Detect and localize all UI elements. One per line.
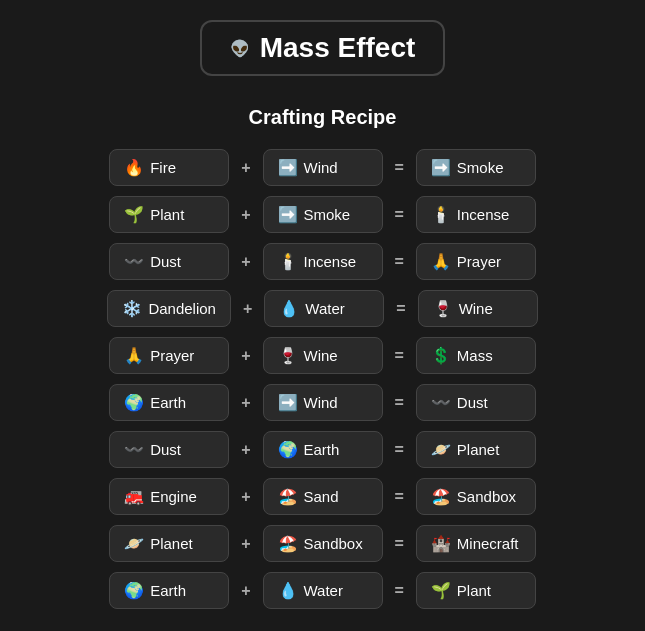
output-label: Dust xyxy=(457,394,488,411)
plus-operator: + xyxy=(237,347,254,365)
ingredient-1-icon: 🔥 xyxy=(124,158,144,177)
ingredient-1: 🌱Plant xyxy=(109,196,229,233)
equals-operator: = xyxy=(391,394,408,412)
ingredient-2-icon: ➡️ xyxy=(278,393,298,412)
output-label: Prayer xyxy=(457,253,501,270)
recipe-output: 🪐Planet xyxy=(416,431,536,468)
ingredient-1-label: Earth xyxy=(150,582,186,599)
ingredient-2-icon: 🏖️ xyxy=(278,487,298,506)
recipe-output: 🏖️Sandbox xyxy=(416,478,536,515)
recipe-row: 〰️Dust+🌍Earth=🪐Planet xyxy=(109,431,536,468)
ingredient-2-label: Incense xyxy=(304,253,357,270)
equals-operator: = xyxy=(391,488,408,506)
ingredient-1: 🚒Engine xyxy=(109,478,229,515)
ingredient-1-label: Prayer xyxy=(150,347,194,364)
recipe-output: 💲Mass xyxy=(416,337,536,374)
ingredient-2-icon: 🍷 xyxy=(278,346,298,365)
recipe-output: 🕯️Incense xyxy=(416,196,536,233)
recipe-output: 🍷Wine xyxy=(418,290,538,327)
ingredient-1: ❄️Dandelion xyxy=(107,290,231,327)
ingredient-1: 〰️Dust xyxy=(109,431,229,468)
recipes-container: 🔥Fire+➡️Wind=➡️Smoke🌱Plant+➡️Smoke=🕯️Inc… xyxy=(20,149,625,609)
output-icon: 🏖️ xyxy=(431,487,451,506)
equals-operator: = xyxy=(391,253,408,271)
ingredient-2: ➡️Wind xyxy=(263,384,383,421)
ingredient-1-icon: ❄️ xyxy=(122,299,142,318)
output-label: Incense xyxy=(457,206,510,223)
ingredient-2-label: Wine xyxy=(304,347,338,364)
ingredient-1-label: Planet xyxy=(150,535,193,552)
recipe-row: 〰️Dust+🕯️Incense=🙏Prayer xyxy=(109,243,536,280)
ingredient-2: 🌍Earth xyxy=(263,431,383,468)
ingredient-1-icon: 🌱 xyxy=(124,205,144,224)
ingredient-1: 🌍Earth xyxy=(109,572,229,609)
ingredient-2: 💧Water xyxy=(263,572,383,609)
recipe-output: ➡️Smoke xyxy=(416,149,536,186)
output-icon: 🙏 xyxy=(431,252,451,271)
output-icon: 🍷 xyxy=(433,299,453,318)
plus-operator: + xyxy=(237,488,254,506)
output-icon: ➡️ xyxy=(431,158,451,177)
alien-icon: 👽 xyxy=(230,39,250,58)
recipe-row: 🌱Plant+➡️Smoke=🕯️Incense xyxy=(109,196,536,233)
ingredient-2: 🕯️Incense xyxy=(263,243,383,280)
ingredient-2-label: Wind xyxy=(304,394,338,411)
ingredient-2-label: Water xyxy=(304,582,343,599)
equals-operator: = xyxy=(391,441,408,459)
ingredient-2: 🏖️Sandbox xyxy=(263,525,383,562)
plus-operator: + xyxy=(237,206,254,224)
output-icon: 🕯️ xyxy=(431,205,451,224)
ingredient-2: 💧Water xyxy=(264,290,384,327)
ingredient-2-icon: 🏖️ xyxy=(278,534,298,553)
ingredient-1-icon: 🚒 xyxy=(124,487,144,506)
equals-operator: = xyxy=(391,535,408,553)
page-title: Mass Effect xyxy=(260,32,416,64)
recipe-row: 🚒Engine+🏖️Sand=🏖️Sandbox xyxy=(109,478,536,515)
ingredient-1: 🌍Earth xyxy=(109,384,229,421)
ingredient-2-label: Earth xyxy=(304,441,340,458)
ingredient-1-icon: 〰️ xyxy=(124,252,144,271)
output-label: Mass xyxy=(457,347,493,364)
section-title: Crafting Recipe xyxy=(249,106,397,129)
ingredient-1-icon: 〰️ xyxy=(124,440,144,459)
ingredient-1-label: Dust xyxy=(150,253,181,270)
output-label: Wine xyxy=(459,300,493,317)
ingredient-2-label: Wind xyxy=(304,159,338,176)
title-container: 👽 Mass Effect xyxy=(200,20,446,76)
ingredient-2-icon: 🌍 xyxy=(278,440,298,459)
ingredient-2-label: Water xyxy=(305,300,344,317)
equals-operator: = xyxy=(391,347,408,365)
ingredient-2-icon: ➡️ xyxy=(278,158,298,177)
equals-operator: = xyxy=(391,582,408,600)
ingredient-1-label: Engine xyxy=(150,488,197,505)
ingredient-1: 〰️Dust xyxy=(109,243,229,280)
ingredient-1-label: Dandelion xyxy=(148,300,216,317)
output-icon: 🏰 xyxy=(431,534,451,553)
output-icon: 🪐 xyxy=(431,440,451,459)
output-label: Plant xyxy=(457,582,491,599)
ingredient-2-icon: ➡️ xyxy=(278,205,298,224)
ingredient-1-icon: 🪐 xyxy=(124,534,144,553)
ingredient-1-label: Fire xyxy=(150,159,176,176)
ingredient-2: 🏖️Sand xyxy=(263,478,383,515)
equals-operator: = xyxy=(392,300,409,318)
plus-operator: + xyxy=(237,394,254,412)
recipe-output: 🌱Plant xyxy=(416,572,536,609)
recipe-row: 🪐Planet+🏖️Sandbox=🏰Minecraft xyxy=(109,525,536,562)
ingredient-1-icon: 🙏 xyxy=(124,346,144,365)
plus-operator: + xyxy=(237,441,254,459)
plus-operator: + xyxy=(237,253,254,271)
recipe-row: 🌍Earth+💧Water=🌱Plant xyxy=(109,572,536,609)
ingredient-1-label: Plant xyxy=(150,206,184,223)
recipe-row: 🔥Fire+➡️Wind=➡️Smoke xyxy=(109,149,536,186)
ingredient-1-label: Earth xyxy=(150,394,186,411)
recipe-row: 🌍Earth+➡️Wind=〰️Dust xyxy=(109,384,536,421)
ingredient-1-label: Dust xyxy=(150,441,181,458)
ingredient-2-icon: 💧 xyxy=(279,299,299,318)
output-label: Smoke xyxy=(457,159,504,176)
output-label: Sandbox xyxy=(457,488,516,505)
ingredient-1: 🔥Fire xyxy=(109,149,229,186)
plus-operator: + xyxy=(237,159,254,177)
ingredient-2-label: Sand xyxy=(304,488,339,505)
ingredient-2: ➡️Wind xyxy=(263,149,383,186)
